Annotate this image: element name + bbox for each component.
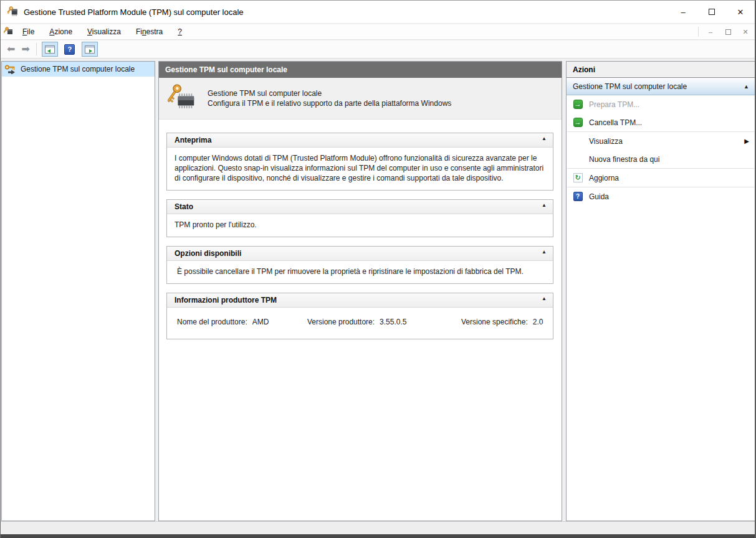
mdi-restore-button[interactable] xyxy=(720,26,736,38)
options-text: È possibile cancellare il TPM per rimuov… xyxy=(167,261,553,283)
collapse-icon[interactable]: ▲ xyxy=(542,249,547,255)
section-produttore-header[interactable]: Informazioni produttore TPM ▲ xyxy=(167,293,553,308)
menu-help[interactable]: ? xyxy=(171,26,188,38)
actions-group-header[interactable]: Gestione TPM sul computer locale ▲ xyxy=(567,78,755,95)
status-strip xyxy=(1,521,755,534)
collapse-icon[interactable]: ▲ xyxy=(542,202,547,208)
section-opzioni-disponibili: Opzioni disponibili ▲ È possibile cancel… xyxy=(166,246,553,284)
mdi-close-button[interactable]: ✕ xyxy=(737,26,754,38)
submenu-arrow-icon: ▶ xyxy=(744,138,749,144)
mdi-minimize-button[interactable]: – xyxy=(702,26,719,38)
section-anteprima-body: I computer Windows dotati di TPM (Truste… xyxy=(167,148,553,190)
section-title: Stato xyxy=(175,202,193,211)
actions-pane-title: Azioni xyxy=(567,62,755,78)
menu-file[interactable]: File xyxy=(16,26,41,38)
console-tree-pane: Gestione TPM sul computer locale xyxy=(1,61,155,521)
action-aggiorna[interactable]: ↻ Aggiorna xyxy=(567,169,755,187)
menu-azione[interactable]: Azione xyxy=(43,26,79,38)
menu-finestra[interactable]: Finestra xyxy=(130,26,169,38)
close-button[interactable]: ✕ xyxy=(726,1,755,23)
prepare-tpm-icon: → xyxy=(573,100,583,109)
back-icon[interactable]: ⬅ xyxy=(7,44,15,54)
window-bottom-border xyxy=(1,534,755,538)
tpm-key-icon xyxy=(4,64,17,74)
results-header-title: Gestione TPM sul computer locale xyxy=(165,65,287,74)
help-icon: ? xyxy=(573,192,583,201)
mdi-window-controls: – ✕ xyxy=(698,24,755,39)
banner-text: Gestione TPM sul computer locale Configu… xyxy=(208,88,451,108)
tpm-management-window: { "window": { "title": "Gestione Trusted… xyxy=(0,0,756,538)
mdi-separator xyxy=(698,27,699,37)
action-nuova-finestra[interactable]: Nuova finestra da qui xyxy=(567,150,755,168)
manufacturer-version: Versione produttore: 3.55.0.5 xyxy=(307,317,461,327)
toolbar: ⬅ ➡ ? xyxy=(1,40,755,59)
action-cancella-tpm[interactable]: → Cancella TPM... xyxy=(567,113,755,131)
clear-tpm-icon: → xyxy=(573,118,583,127)
results-header: Gestione TPM sul computer locale xyxy=(159,62,562,78)
banner-title: Gestione TPM sul computer locale xyxy=(208,88,451,98)
maximize-icon xyxy=(709,9,715,15)
section-title: Anteprima xyxy=(175,136,211,144)
help-toolbar-button[interactable]: ? xyxy=(62,42,78,57)
refresh-icon: ↻ xyxy=(573,173,583,182)
tpm-status-text: TPM pronto per l'utilizzo. xyxy=(167,214,553,237)
close-icon: ✕ xyxy=(737,7,744,17)
results-body: Anteprima ▲ I computer Windows dotati di… xyxy=(159,120,562,521)
tpm-chip-key-icon xyxy=(168,84,200,113)
minimize-button[interactable]: – xyxy=(669,1,697,23)
caption-buttons: – ✕ xyxy=(669,1,755,23)
show-console-tree-button[interactable] xyxy=(42,42,58,57)
spec-version: Versione specifiche: 2.0 xyxy=(461,317,543,327)
mdi-restore-icon xyxy=(725,29,731,35)
results-pane: Gestione TPM sul computer locale Gestion… xyxy=(158,61,562,521)
minimize-icon: – xyxy=(681,7,685,17)
tpm-app-icon xyxy=(7,6,19,17)
collapse-icon[interactable]: ▲ xyxy=(744,83,749,90)
collapse-icon[interactable]: ▲ xyxy=(542,296,547,301)
actions-pane: Azioni Gestione TPM sul computer locale … xyxy=(566,61,755,521)
manufacturer-info-row: Nome del produttore: AMD Versione produt… xyxy=(175,313,545,332)
actions-group-label: Gestione TPM sul computer locale xyxy=(573,82,687,91)
section-informazioni-produttore: Informazioni produttore TPM ▲ Nome del p… xyxy=(166,293,553,339)
menu-bar: File Azione Visualizza Finestra ? – ✕ xyxy=(1,24,755,40)
action-pane-icon xyxy=(85,45,95,54)
collapse-icon[interactable]: ▲ xyxy=(542,136,547,141)
section-title: Opzioni disponibili xyxy=(175,249,241,258)
banner-subtitle: Configura il TPM e il relativo supporto … xyxy=(208,98,451,108)
console-document-icon xyxy=(4,27,14,37)
tree-item-tpm-management[interactable]: Gestione TPM sul computer locale xyxy=(2,62,155,77)
section-anteprima: Anteprima ▲ I computer Windows dotati di… xyxy=(166,133,553,191)
mdi-minimize-icon: – xyxy=(709,28,712,35)
tree-item-label: Gestione TPM sul computer locale xyxy=(21,65,135,73)
section-opzioni-header[interactable]: Opzioni disponibili ▲ xyxy=(167,247,553,261)
section-stato: Stato ▲ TPM pronto per l'utilizzo. xyxy=(166,199,553,237)
section-anteprima-header[interactable]: Anteprima ▲ xyxy=(167,133,553,148)
help-icon: ? xyxy=(64,44,75,55)
section-stato-header[interactable]: Stato ▲ xyxy=(167,200,553,214)
mdi-close-icon: ✕ xyxy=(742,28,748,36)
action-visualizza[interactable]: Visualizza ▶ xyxy=(567,132,755,150)
menu-visualizza[interactable]: Visualizza xyxy=(81,26,127,38)
action-guida[interactable]: ? Guida xyxy=(567,187,755,205)
snapin-banner: Gestione TPM sul computer locale Configu… xyxy=(159,78,562,120)
action-prepara-tpm[interactable]: → Prepara TPM... xyxy=(567,95,755,113)
section-title: Informazioni produttore TPM xyxy=(175,296,277,304)
console-tree-icon xyxy=(45,45,55,54)
window-title: Gestione Trusted Platform Module (TPM) s… xyxy=(24,7,244,17)
title-bar: Gestione Trusted Platform Module (TPM) s… xyxy=(1,1,755,24)
maximize-button[interactable] xyxy=(697,1,726,23)
manufacturer-name: Nome del produttore: AMD xyxy=(177,317,307,327)
forward-icon[interactable]: ➡ xyxy=(21,44,29,54)
toolbar-separator xyxy=(36,43,37,55)
show-action-pane-button[interactable] xyxy=(82,42,98,57)
